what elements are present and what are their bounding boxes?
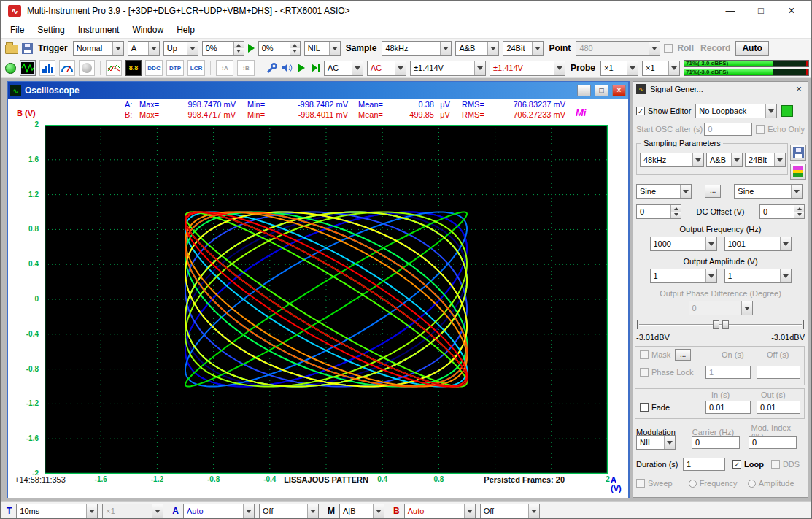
save-file-icon[interactable] xyxy=(22,43,33,54)
trigger-delay-spinner[interactable]: 0% xyxy=(258,41,301,56)
mask-checkbox: Mask xyxy=(640,350,670,359)
scope-close-button[interactable]: × xyxy=(612,85,626,96)
ddp-viewer-button[interactable]: 8.8 xyxy=(125,60,142,76)
siggen-sample-rate-select[interactable]: 48kHz xyxy=(640,153,704,167)
close-button[interactable]: × xyxy=(779,3,804,19)
setup-wrench-icon[interactable] xyxy=(266,62,277,74)
coupling-b-select[interactable]: AC xyxy=(367,61,406,76)
chevron-down-icon xyxy=(307,504,318,518)
dc-offset-a-spinner[interactable]: 0 xyxy=(636,204,681,219)
spin-up-icon[interactable] xyxy=(290,42,300,49)
trigger-coupling-select[interactable]: NIL xyxy=(304,41,341,56)
frequency-a-select[interactable]: 1000 xyxy=(650,237,717,251)
sound-device-icon[interactable] xyxy=(281,62,293,74)
save-signal-button[interactable] xyxy=(790,145,806,161)
auto-button[interactable]: Auto xyxy=(735,41,768,56)
amplitude-b-select[interactable]: 1 xyxy=(724,269,792,283)
menu-instrument[interactable]: Instrument xyxy=(71,23,126,37)
trigger-label: Trigger xyxy=(36,43,69,53)
wave-a-select[interactable]: Sine xyxy=(636,184,692,199)
output-on-button[interactable] xyxy=(781,105,793,117)
lcr-meter-button[interactable]: LCR xyxy=(187,60,205,76)
spin-down-icon[interactable] xyxy=(234,48,244,55)
menubar: File Setting Instrument Window Help xyxy=(1,21,811,39)
chevron-down-icon xyxy=(780,269,791,282)
dc-offset-b-spinner[interactable]: 0 xyxy=(759,204,805,219)
hot-panel-button[interactable] xyxy=(790,164,806,180)
trigger-edge-select[interactable]: Up xyxy=(163,41,198,56)
channel-a-mode-select[interactable]: Auto xyxy=(183,504,255,518)
marker-mode-select[interactable]: A|B xyxy=(339,504,384,518)
spectrum-analyzer-button[interactable] xyxy=(39,60,55,76)
siggen-channels-select[interactable]: A&B xyxy=(706,153,743,167)
slider-handle-a[interactable] xyxy=(713,320,719,329)
show-editor-checkbox[interactable]: Show Editor xyxy=(636,107,691,115)
step-button[interactable] xyxy=(310,63,320,73)
trigger-source-select[interactable]: A xyxy=(128,41,160,56)
multimeter-button[interactable] xyxy=(59,60,75,76)
bit-depth-select[interactable]: 24Bit xyxy=(503,41,544,56)
spin-down-icon[interactable] xyxy=(290,48,300,55)
open-file-icon[interactable] xyxy=(5,43,18,54)
mod-index-field[interactable]: 0 xyxy=(749,436,797,449)
fade-out-field[interactable]: 0.01 xyxy=(757,401,800,414)
probe-a-select[interactable]: ×1 xyxy=(600,61,638,76)
fade-in-field[interactable]: 0.01 xyxy=(705,401,751,414)
spin-up-icon[interactable] xyxy=(671,205,681,212)
timebase-select[interactable]: 10ms xyxy=(16,504,98,518)
signal-generator-close-button[interactable]: × xyxy=(793,83,805,94)
amplitude-a-select[interactable]: 1 xyxy=(650,269,717,283)
duration-field[interactable]: 1 xyxy=(683,458,725,471)
record-button: Record xyxy=(699,43,732,53)
channel-a-filter-select[interactable]: Off xyxy=(259,504,319,518)
channel-b-mode-select[interactable]: Auto xyxy=(404,504,476,518)
slider-handle-b[interactable] xyxy=(722,320,729,329)
spin-down-icon[interactable] xyxy=(794,212,804,218)
maximize-button[interactable]: □ xyxy=(749,3,773,19)
data-logger-button[interactable] xyxy=(106,60,122,76)
signal-generator-panel: ∿ Signal Gener... × Show Editor No Loopb… xyxy=(633,81,808,498)
spin-up-icon[interactable] xyxy=(794,205,804,212)
channel-b-filter-select[interactable]: Off xyxy=(480,504,540,518)
channels-select[interactable]: A&B xyxy=(455,41,499,56)
range-b-select[interactable]: ±1.414V xyxy=(490,61,565,76)
fade-checkbox[interactable]: Fade xyxy=(640,403,670,412)
range-a-select[interactable]: ±1.414V xyxy=(410,61,486,76)
menu-file[interactable]: File xyxy=(4,23,31,37)
coupling-a-select[interactable]: AC xyxy=(324,61,363,76)
minimize-button[interactable]: — xyxy=(718,3,743,19)
frequency-b-select[interactable]: 1001 xyxy=(724,237,792,251)
ddc-button[interactable]: DDC xyxy=(145,60,163,76)
trigger-mode-select[interactable]: Normal xyxy=(73,41,124,56)
modulation-type-select[interactable]: NIL xyxy=(636,435,676,450)
spin-up-icon[interactable] xyxy=(234,42,244,49)
menu-window[interactable]: Window xyxy=(125,23,170,37)
scope-restore-button[interactable]: □ xyxy=(595,85,608,96)
menu-help[interactable]: Help xyxy=(170,23,201,37)
y-axis-ticks: 21.61.20.80.40-0.4-0.8-1.2-1.6-2 xyxy=(8,120,42,498)
spin-down-icon[interactable] xyxy=(671,212,681,218)
play-button[interactable] xyxy=(296,63,306,73)
loopback-select[interactable]: No Loopback xyxy=(695,104,777,118)
oscilloscope-titlebar[interactable]: ∿ Oscilloscope — □ × xyxy=(8,82,628,99)
wave-editor-button[interactable]: ... xyxy=(705,185,721,198)
sample-rate-select[interactable]: 48kHz xyxy=(382,41,452,56)
run-indicator-icon[interactable] xyxy=(5,63,16,74)
scope-minimize-button[interactable]: — xyxy=(577,85,591,96)
signal-generator-titlebar[interactable]: ∿ Signal Gener... × xyxy=(633,82,808,96)
carrier-field[interactable]: 0 xyxy=(692,436,740,449)
siggen-bits-select[interactable]: 24Bit xyxy=(745,153,786,167)
y-tick-label: -1.6 xyxy=(8,434,42,442)
trigger-level-spinner[interactable]: 0% xyxy=(202,41,244,56)
phase-lock-field-2 xyxy=(757,366,800,379)
checkbox-icon xyxy=(664,44,673,53)
menu-setting[interactable]: Setting xyxy=(31,23,71,37)
multimeter-icon xyxy=(61,62,74,74)
wave-b-select[interactable]: Sine xyxy=(734,184,803,199)
output-level-slider[interactable] xyxy=(636,320,805,330)
probe-b-select[interactable]: ×1 xyxy=(642,61,680,76)
x-tick-label: -1.6 xyxy=(95,475,107,483)
loop-checkbox[interactable]: Loop xyxy=(732,460,764,469)
oscilloscope-button[interactable] xyxy=(20,60,36,76)
device-test-plan-button[interactable]: DTP xyxy=(166,60,184,76)
